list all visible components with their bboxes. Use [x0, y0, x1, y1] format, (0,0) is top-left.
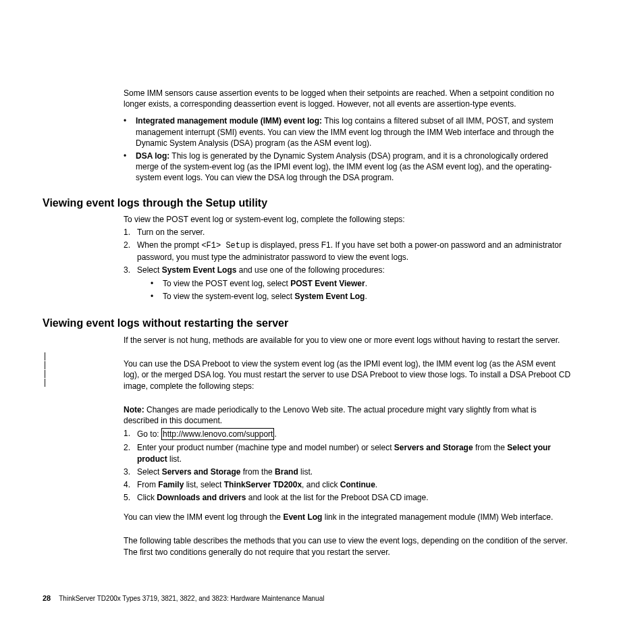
step-text: from the	[473, 443, 508, 452]
bullet-bold: Integrated management module (IMM) event…	[136, 116, 322, 126]
step-text: Turn on the server.	[137, 227, 205, 238]
step-bold: Continue	[340, 480, 375, 489]
heading-without-restart: Viewing event logs without restarting th…	[43, 316, 573, 331]
bullet-imm-log: • Integrated management module (IMM) eve…	[124, 115, 573, 149]
text: link in the integrated management module…	[322, 512, 553, 522]
step-text: Go to:	[137, 429, 161, 439]
paragraph: You can use the DSA Preboot to view the …	[124, 358, 573, 392]
step-number: 2.	[124, 240, 137, 262]
step-text: , and click	[302, 480, 340, 489]
bullet-dsa-log: • DSA log: This log is generated by the …	[124, 151, 573, 184]
bullet-mark: •	[151, 278, 163, 289]
step-5-downloads: 5. Click Downloads and drivers and look …	[124, 492, 573, 503]
step-text: and use one of the following procedures:	[236, 265, 384, 275]
step-4-family: 4. From Family list, select ThinkServer …	[124, 479, 573, 490]
step-text: list, select	[184, 480, 223, 489]
step-number: 3.	[124, 265, 137, 304]
bullet-mark: •	[124, 151, 136, 184]
step-text: Select	[137, 467, 162, 477]
bullet-text: This log is generated by the Dynamic Sys…	[136, 151, 552, 182]
page-number: 28	[43, 594, 51, 602]
footer-text: ThinkServer TD200x Types 3719, 3821, 382…	[59, 595, 324, 602]
page-footer: 28ThinkServer TD200x Types 3719, 3821, 3…	[43, 593, 324, 603]
step-bold: Family	[158, 480, 184, 489]
bullet-mark: •	[124, 115, 136, 149]
step-text: Click	[137, 493, 157, 502]
step-bold: ThinkServer TD200x	[224, 480, 302, 489]
step-bold: Downloads and drivers	[157, 493, 246, 502]
step-bold: Servers and Storage	[394, 443, 473, 452]
note-text: Changes are made periodically to the Len…	[124, 405, 537, 425]
bullet-bold: DSA log:	[136, 151, 169, 161]
step-number: 1.	[124, 227, 137, 238]
support-link[interactable]: http://www.lenovo.com/support	[161, 428, 274, 440]
step-number: 4.	[124, 479, 137, 490]
note-paragraph: Note: Changes are made periodically to t…	[124, 404, 573, 426]
paragraph: If the server is not hung, methods are a…	[124, 335, 573, 346]
note-label: Note:	[124, 405, 144, 414]
step-text: list.	[298, 467, 313, 477]
bullet-mark: •	[151, 291, 163, 302]
heading-setup-utility: Viewing event logs through the Setup uti…	[43, 196, 573, 211]
step-number: 3.	[124, 466, 137, 477]
step-text: list.	[167, 454, 182, 464]
step-text: When the prompt	[137, 240, 201, 250]
bullet-text: To view the POST event log, select	[163, 279, 290, 288]
bullet-text: To view the system-event log, select	[163, 292, 294, 301]
paragraph: You can view the IMM event log through t…	[124, 512, 573, 522]
inner-bullet: • To view the system-event log, select S…	[151, 291, 385, 302]
step-3: 3. Select System Event Logs and use one …	[124, 265, 573, 304]
bullet-text: .	[365, 292, 367, 301]
text: You can view the IMM event log through t…	[124, 512, 283, 522]
step-text: .	[274, 429, 276, 439]
paragraph: To view the POST event log or system-eve…	[124, 214, 573, 225]
paragraph: Some IMM sensors cause assertion events …	[124, 88, 573, 109]
step-number: 5.	[124, 492, 137, 503]
step-text: from the	[240, 467, 275, 477]
step-text: From	[137, 480, 158, 489]
change-bars: ||||	[43, 352, 47, 387]
step-number: 1.	[124, 428, 137, 440]
step-2: 2. When the prompt <F1> Setup is display…	[124, 240, 573, 262]
bullet-text: .	[365, 279, 367, 288]
step-bold: Brand	[275, 467, 298, 477]
paragraph: The following table describes the method…	[124, 535, 573, 557]
bullet-bold: System Event Log	[294, 292, 365, 301]
inner-bullet: • To view the POST event log, select POS…	[151, 278, 385, 289]
step-text: Select	[137, 265, 162, 275]
step-bold: System Event Logs	[162, 265, 237, 275]
code-text: <F1> Setup	[201, 241, 250, 250]
step-text: and look at the list for the Preboot DSA…	[246, 493, 428, 502]
step-text: Enter your product number (machine type …	[137, 443, 394, 452]
bold-text: Event Log	[283, 512, 322, 522]
step-number: 2.	[124, 442, 137, 464]
bullet-bold: POST Event Viewer	[290, 279, 365, 288]
step-1-goto: 1. Go to: http://www.lenovo.com/support.	[124, 428, 573, 440]
step-1: 1. Turn on the server.	[124, 227, 573, 238]
step-text: .	[375, 480, 377, 489]
step-3-brand: 3. Select Servers and Storage from the B…	[124, 466, 573, 477]
step-2-enter-product: 2. Enter your product number (machine ty…	[124, 442, 573, 464]
step-bold: Servers and Storage	[162, 467, 241, 477]
